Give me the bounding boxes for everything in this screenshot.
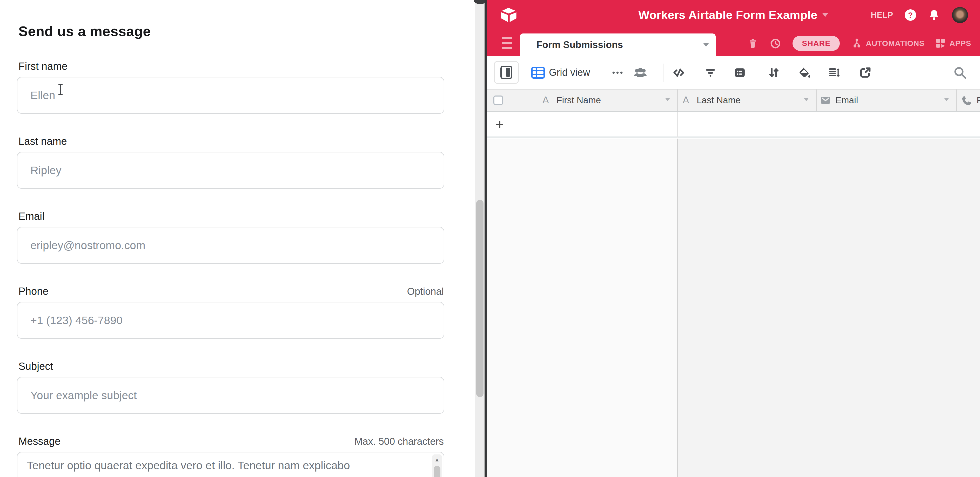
apps-button[interactable]: APPS bbox=[934, 37, 971, 49]
first-name-label: First name bbox=[18, 60, 67, 72]
email-input[interactable] bbox=[17, 227, 444, 264]
column-divider bbox=[677, 112, 678, 138]
page-scrollbar-thumb[interactable] bbox=[476, 200, 484, 397]
message-scrollbar[interactable] bbox=[432, 455, 442, 477]
table-tab-label: Form Submissions bbox=[536, 40, 623, 50]
column-header-first-name[interactable]: First Name bbox=[557, 90, 601, 111]
sidebar-menu-icon[interactable] bbox=[502, 37, 512, 49]
base-title-caret-icon[interactable] bbox=[822, 13, 828, 17]
table-tab-bar: Form Submissions SHARE bbox=[487, 30, 980, 56]
automations-icon bbox=[851, 37, 863, 49]
message-max-chars-hint: Max. 500 characters bbox=[355, 436, 444, 447]
trash-icon[interactable] bbox=[747, 37, 759, 49]
subject-label: Subject bbox=[18, 360, 53, 372]
text-field-icon bbox=[542, 90, 549, 111]
view-sidebar-toggle-button[interactable] bbox=[494, 61, 519, 84]
page-title: Send us a message bbox=[18, 23, 444, 39]
toolbar-divider bbox=[663, 63, 663, 82]
airtable-panel: Workers Airtable Form Example HELP Form … bbox=[487, 0, 980, 477]
color-icon[interactable] bbox=[797, 56, 811, 89]
share-button[interactable]: SHARE bbox=[792, 36, 840, 51]
split-divider bbox=[485, 0, 487, 477]
column-caret-icon[interactable] bbox=[804, 98, 809, 101]
column-caret-icon[interactable] bbox=[665, 98, 670, 101]
message-textarea[interactable]: Tenetur optio quaerat expedita vero et i… bbox=[17, 452, 444, 477]
sort-icon[interactable] bbox=[767, 56, 781, 89]
column-divider[interactable] bbox=[677, 90, 678, 111]
column-divider[interactable] bbox=[816, 90, 817, 111]
add-record-plus-icon[interactable] bbox=[496, 121, 503, 128]
text-cursor-icon bbox=[59, 84, 62, 95]
sidebar-toggle-icon bbox=[500, 66, 512, 79]
row-height-icon[interactable] bbox=[827, 56, 841, 89]
select-all-checkbox[interactable] bbox=[493, 95, 503, 105]
history-icon[interactable] bbox=[768, 37, 782, 50]
tab-form-submissions[interactable]: Form Submissions bbox=[520, 33, 716, 56]
message-placeholder-text: Tenetur optio quaerat expedita vero et i… bbox=[27, 458, 423, 472]
apps-icon bbox=[934, 37, 947, 49]
phone-field: Phone Optional bbox=[17, 285, 444, 339]
tab-caret-icon[interactable] bbox=[703, 43, 709, 47]
column-header-email[interactable]: Email bbox=[835, 90, 858, 111]
column-divider[interactable] bbox=[956, 90, 957, 111]
view-toolbar: Grid view bbox=[487, 56, 980, 89]
email-field: Email bbox=[17, 211, 444, 264]
message-label: Message bbox=[18, 436, 60, 447]
contact-form: Send us a message First name Last name E… bbox=[17, 23, 444, 477]
last-name-label: Last name bbox=[18, 135, 67, 147]
user-avatar[interactable] bbox=[952, 7, 968, 23]
help-button[interactable]: HELP bbox=[871, 10, 893, 20]
last-name-field: Last name bbox=[17, 135, 444, 189]
grid-view-icon[interactable] bbox=[531, 56, 545, 89]
view-options-ellipsis-icon[interactable] bbox=[611, 56, 624, 89]
hide-fields-icon[interactable] bbox=[671, 56, 686, 89]
column-divider bbox=[677, 139, 678, 477]
phone-input[interactable] bbox=[17, 302, 444, 339]
grid-empty-area bbox=[487, 139, 980, 477]
scroll-up-arrow-icon[interactable] bbox=[432, 455, 442, 465]
collaborators-icon[interactable] bbox=[633, 56, 648, 89]
column-header-last-name[interactable]: Last Name bbox=[697, 90, 741, 111]
subject-input[interactable] bbox=[17, 377, 444, 414]
base-title[interactable]: Workers Airtable Form Example bbox=[638, 8, 818, 22]
column-header-phone[interactable]: Phone bbox=[977, 90, 980, 111]
filter-icon[interactable] bbox=[704, 56, 717, 89]
view-name[interactable]: Grid view bbox=[549, 56, 590, 89]
add-row[interactable] bbox=[487, 112, 980, 138]
message-scrollbar-thumb[interactable] bbox=[434, 466, 441, 477]
airtable-topbar: Workers Airtable Form Example HELP Form … bbox=[487, 0, 980, 56]
text-field-icon bbox=[682, 90, 689, 111]
message-field: Message Max. 500 characters Tenetur opti… bbox=[17, 436, 444, 477]
phone-label: Phone bbox=[18, 285, 49, 297]
phone-field-icon bbox=[961, 95, 973, 107]
first-name-field: First name bbox=[17, 60, 444, 114]
last-name-input[interactable] bbox=[17, 152, 444, 189]
phone-optional-hint: Optional bbox=[407, 286, 444, 297]
automations-button[interactable]: AUTOMATIONS bbox=[851, 37, 924, 49]
share-view-icon[interactable] bbox=[859, 56, 872, 89]
help-icon[interactable] bbox=[905, 10, 916, 21]
first-name-input[interactable] bbox=[17, 77, 444, 114]
contact-form-panel: Send us a message First name Last name E… bbox=[0, 0, 475, 477]
search-icon[interactable] bbox=[953, 56, 967, 89]
email-field-icon bbox=[820, 95, 831, 106]
email-label: Email bbox=[18, 211, 45, 222]
grid-column-headers: First Name Last Name Email Phone bbox=[487, 89, 980, 112]
group-icon[interactable] bbox=[733, 56, 747, 89]
subject-field: Subject bbox=[17, 360, 444, 414]
notifications-bell-icon[interactable] bbox=[928, 9, 940, 22]
column-caret-icon[interactable] bbox=[944, 98, 949, 101]
